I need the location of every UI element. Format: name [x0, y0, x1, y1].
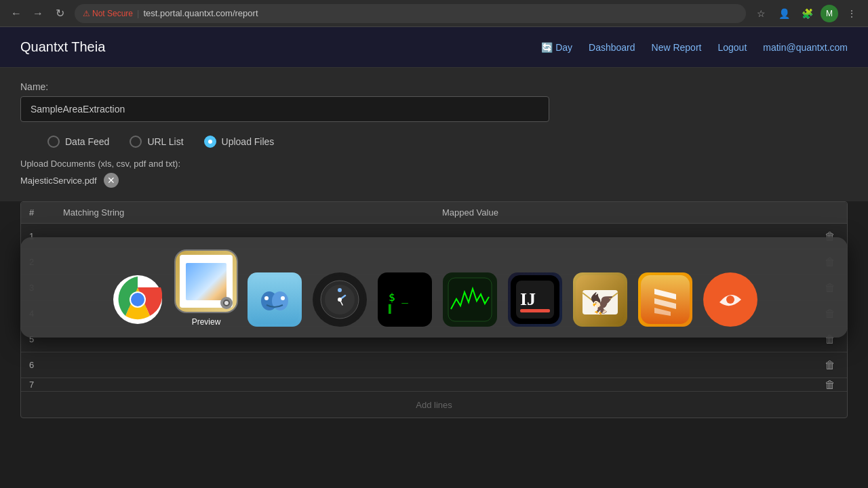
svg-point-3 [131, 293, 144, 306]
app-logo: Quantxt Theia [20, 39, 541, 55]
forward-button[interactable]: → [28, 4, 47, 23]
new-report-nav-link[interactable]: New Report [652, 42, 702, 53]
menu-button[interactable]: ⋮ [842, 4, 861, 23]
radio-label-data-feed: Data Feed [65, 136, 109, 147]
user-avatar[interactable]: M [821, 5, 838, 22]
add-lines-row[interactable]: Add lines [21, 392, 847, 418]
radio-label-upload-files: Upload Files [222, 136, 275, 147]
radio-circle-data-feed [47, 136, 60, 148]
browser-chrome: ← → ↻ ⚠ Not Secure | test.portal.quantxt… [0, 0, 868, 27]
svg-point-8 [281, 296, 285, 300]
dock-preview-label: Preview [192, 317, 221, 327]
dock-postman-icon[interactable] [703, 272, 757, 327]
radio-upload-files[interactable]: Upload Files [204, 136, 275, 148]
radio-label-url-list: URL List [147, 136, 183, 147]
svg-point-12 [338, 288, 342, 292]
name-label: Name: [20, 81, 848, 92]
dock-intellij-icon[interactable]: IJ [508, 272, 562, 327]
name-input[interactable] [20, 96, 549, 122]
not-secure-label: Not Secure [92, 9, 133, 18]
dock-sublime-icon[interactable] [638, 272, 692, 327]
row-num-6: 6 [21, 360, 55, 370]
main-content: Name: Data Feed URL List Upload Files Up… [0, 68, 868, 201]
back-button[interactable]: ← [7, 4, 26, 23]
svg-text:$ _: $ _ [389, 291, 408, 304]
row-num-7: 7 [21, 380, 55, 390]
radio-url-list[interactable]: URL List [130, 136, 183, 148]
col-header-matching: Matching String [55, 207, 434, 218]
radio-circle-url-list [130, 136, 142, 148]
email-nav-link[interactable]: matin@quantxt.com [763, 42, 848, 53]
col-header-num: # [21, 207, 55, 218]
page-wrapper: Name: Data Feed URL List Upload Files Up… [0, 68, 868, 488]
reload-button[interactable]: ↻ [50, 4, 69, 23]
logout-nav-link[interactable]: Logout [717, 42, 747, 53]
dashboard-nav-link[interactable]: Dashboard [589, 42, 635, 53]
upload-label: Upload Documents (xls, csv, pdf and txt)… [20, 159, 848, 169]
dock-chrome-icon[interactable] [111, 272, 165, 327]
table-header: # Matching String Mapped Value [21, 202, 847, 224]
svg-text:🦅: 🦅 [589, 291, 615, 316]
dock-activity-monitor-icon[interactable] [443, 272, 497, 327]
svg-text:IJ: IJ [520, 289, 536, 309]
browser-actions: ☆ 👤 🧩 M ⋮ [751, 4, 861, 23]
dock-finder-icon[interactable] [248, 272, 302, 327]
add-lines-label: Add lines [416, 400, 452, 410]
delete-row-7-button[interactable]: 🗑 [821, 379, 839, 391]
svg-point-7 [264, 296, 269, 300]
dock-quicktime-icon[interactable] [313, 272, 367, 327]
dock-overlay: Preview [20, 237, 848, 338]
table-row: 7 🗑 [21, 378, 847, 392]
remove-file-button[interactable]: ✕ [104, 173, 119, 188]
dock-terminal-icon[interactable]: $ _ ▌ [378, 272, 432, 327]
uploaded-filename: MajesticService.pdf [20, 176, 97, 186]
col-header-mapped: Mapped Value [434, 207, 813, 218]
not-secure-indicator: ⚠ Not Secure [83, 9, 133, 18]
svg-rect-26 [641, 275, 690, 324]
nav-buttons: ← → ↻ [7, 4, 69, 23]
svg-point-13 [338, 298, 342, 302]
col-header-actions [813, 207, 847, 218]
svg-point-28 [726, 296, 734, 304]
address-bar: ⚠ Not Secure | test.portal.quantxt.com/r… [75, 4, 746, 23]
dock-icons: Preview [111, 251, 757, 327]
svg-rect-22 [520, 309, 550, 312]
warning-icon: ⚠ [83, 9, 90, 18]
radio-data-feed[interactable]: Data Feed [47, 136, 109, 148]
bookmark-button[interactable]: ☆ [751, 4, 770, 23]
url-display[interactable]: test.portal.quantxt.com/report [143, 8, 258, 18]
table-row: 6 🗑 [21, 352, 847, 378]
account-button[interactable]: 👤 [774, 4, 793, 23]
dock-mail-icon[interactable]: 🦅 [573, 272, 627, 327]
day-icon: 🔄 [541, 42, 553, 53]
day-nav-link[interactable]: 🔄 Day [541, 42, 572, 53]
svg-text:▌: ▌ [388, 304, 393, 314]
radio-group: Data Feed URL List Upload Files [20, 136, 848, 148]
app-header: Quantxt Theia 🔄 Day Dashboard New Report… [0, 27, 868, 68]
delete-row-6-button[interactable]: 🗑 [821, 359, 839, 371]
extensions-button[interactable]: 🧩 [797, 4, 816, 23]
app-nav: 🔄 Day Dashboard New Report Logout matin@… [541, 42, 848, 53]
radio-circle-upload-files [204, 136, 216, 148]
upload-row: MajesticService.pdf ✕ [20, 173, 848, 188]
dock-preview-icon[interactable] [176, 251, 237, 312]
